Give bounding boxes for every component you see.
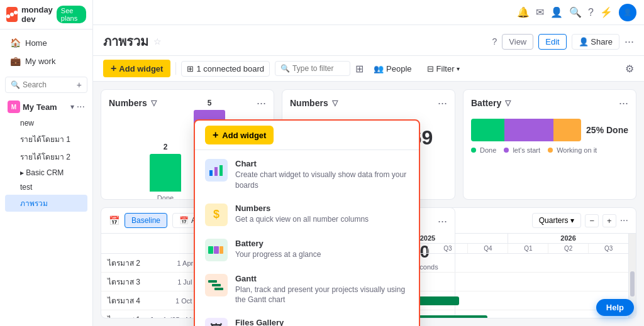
view-button[interactable]: View xyxy=(502,34,533,50)
add-widget-button[interactable]: + Add widget xyxy=(103,60,170,77)
team-header[interactable]: M My Team ▾ ··· xyxy=(5,98,87,116)
star-icon[interactable]: ☆ xyxy=(153,36,162,46)
row2-name: ไตรมาส 3 xyxy=(108,276,140,288)
countdown-menu-icon[interactable]: ··· xyxy=(438,215,447,227)
team-item-2[interactable]: รายได้โดยมา 2 xyxy=(5,148,87,165)
zoom-minus-icon[interactable]: − xyxy=(585,214,599,227)
share-button[interactable]: 👤 Share xyxy=(572,34,619,50)
battery-legend: Done let's start Working on it xyxy=(471,146,628,154)
notification-icon[interactable]: ⚡ xyxy=(600,6,613,18)
bar-done-rect xyxy=(150,154,181,192)
user-avatar[interactable]: 👤 xyxy=(619,4,636,21)
bar-done-value: 2 xyxy=(164,143,168,151)
sidebar-item-mywork[interactable]: 💼 My work xyxy=(3,52,90,70)
row3-name: ไตรมาส 4 xyxy=(108,295,140,307)
main-content: 🔔 ✉ 👤 🔍 ? ⚡ 👤 ภาพรวม ☆ ? View Edit 👤 Sha… xyxy=(93,0,644,326)
svg-rect-3 xyxy=(209,170,213,176)
battery-percent: 25% Done xyxy=(586,125,628,135)
panel-item-chart[interactable]: Chart Create chart widget to visually sh… xyxy=(195,153,419,197)
panel-item-numbers[interactable]: $ Numbers Get a quick view on all number… xyxy=(195,197,419,232)
main-nav: 🏠 Home 💼 My work xyxy=(0,30,92,74)
svg-point-0 xyxy=(6,14,10,18)
legend-working: Working on it xyxy=(548,146,597,154)
bell-icon[interactable]: 🔔 xyxy=(517,6,530,18)
home-icon: 🏠 xyxy=(10,38,20,48)
legend-start: let's start xyxy=(504,146,540,154)
inbox-icon[interactable]: ✉ xyxy=(536,6,544,18)
gantt-calendar-icon: 📅 xyxy=(109,215,119,225)
see-plans-badge[interactable]: See plans xyxy=(57,6,86,23)
help-button[interactable]: Help xyxy=(596,299,634,316)
panel-item-gantt[interactable]: Gantt Plan, track and present your proje… xyxy=(195,268,419,312)
filter-button[interactable]: ⊟ Filter ▾ xyxy=(422,62,465,76)
numbers-menu-icon[interactable]: ··· xyxy=(257,97,266,109)
scrollbar-thumb xyxy=(630,271,635,296)
dashboard: Numbers ▽ ··· 2 Done 5 xyxy=(93,82,644,326)
filter-input[interactable] xyxy=(292,64,345,73)
quarters-label: Quarters xyxy=(539,216,569,225)
gantt-more-icon[interactable]: ··· xyxy=(620,215,628,226)
question-icon[interactable]: ? xyxy=(588,7,594,18)
row4-name: ไตรมาส 1 xyxy=(108,313,140,318)
settings-icon[interactable]: ⚙ xyxy=(625,63,634,75)
big-numbers-menu-icon[interactable]: ··· xyxy=(438,97,447,109)
people-filter[interactable]: 👥 People xyxy=(369,62,416,76)
page-header: ภาพรวม ☆ ? View Edit 👤 Share ··· xyxy=(93,25,644,56)
svg-point-2 xyxy=(14,11,18,14)
battery-filter-icon[interactable]: ▽ xyxy=(505,99,511,107)
plus-icon: + xyxy=(111,63,116,74)
add-search-icon[interactable]: + xyxy=(77,80,82,90)
battery-panel-title: Battery xyxy=(235,239,321,248)
battery-start-segment xyxy=(504,119,554,141)
panel-add-label: Add widget xyxy=(222,131,266,140)
gantt-widget-text: Gantt Plan, track and present your proje… xyxy=(235,274,409,306)
filter-chevron-icon: ▾ xyxy=(457,65,460,72)
app-logo xyxy=(6,7,18,22)
numbers-widget-header: Numbers ▽ ··· xyxy=(109,97,266,109)
working-dot xyxy=(548,148,553,153)
battery-menu-icon[interactable]: ··· xyxy=(619,97,628,109)
gantt-panel-title: Gantt xyxy=(235,274,409,283)
calendar-icon: 📅 xyxy=(179,216,189,225)
sidebar-search-box[interactable]: 🔍 + xyxy=(5,77,87,93)
row1-name: ไตรมาส 2 xyxy=(108,257,140,269)
team-item-crm[interactable]: ▸ Basic CRM xyxy=(5,166,87,180)
team-item-test[interactable]: test xyxy=(5,180,87,194)
battery-bar-container: 25% Done xyxy=(471,114,628,146)
edit-button[interactable]: Edit xyxy=(538,34,566,50)
separator xyxy=(175,62,176,75)
team-item-1[interactable]: รายได้โดยมา 1 xyxy=(5,131,87,148)
q-q3-2025: Q3 xyxy=(428,244,469,253)
connected-board-button[interactable]: ⊞ 1 connected board xyxy=(181,61,270,77)
gantt-right-controls: Quarters ▾ − + ··· xyxy=(532,213,628,228)
numbers-filter-icon[interactable]: ▽ xyxy=(151,99,157,107)
board-icon: ⊞ xyxy=(187,64,194,73)
team-section: M My Team ▾ ··· new รายได้โดยมา 1 รายได้… xyxy=(0,95,92,215)
battery-panel-desc: Your progress at a glance xyxy=(235,249,321,260)
more-options-icon[interactable]: ··· xyxy=(625,35,634,48)
team-options-icon[interactable]: ··· xyxy=(77,101,85,112)
baseline-button[interactable]: Baseline xyxy=(125,213,167,228)
quarters-button[interactable]: Quarters ▾ xyxy=(532,213,582,228)
big-numbers-filter-icon[interactable]: ▽ xyxy=(332,99,338,107)
team-item-dashboard[interactable]: ภาพรวม xyxy=(5,195,87,212)
svg-rect-9 xyxy=(208,280,217,283)
search-input[interactable] xyxy=(23,80,74,89)
panel-item-battery[interactable]: Battery Your progress at a glance xyxy=(195,232,419,268)
sidebar-item-home[interactable]: 🏠 Home xyxy=(3,34,90,52)
done-dot xyxy=(471,148,476,153)
bar-start-value: 5 xyxy=(208,99,212,107)
filter-search[interactable]: 🔍 xyxy=(275,61,350,76)
battery-title: Battery ▽ xyxy=(471,98,511,108)
topbar-icons: 🔔 ✉ 👤 🔍 ? ⚡ 👤 xyxy=(517,4,636,21)
panel-item-files[interactable]: 🖼 Files Gallery Manage and collaborate o… xyxy=(195,312,419,326)
people-icon: 👥 xyxy=(374,64,384,73)
search-icon[interactable]: 🔍 xyxy=(569,6,582,18)
people-icon[interactable]: 👤 xyxy=(550,6,563,18)
question-help-icon[interactable]: ? xyxy=(492,36,497,46)
zoom-plus-icon[interactable]: + xyxy=(602,214,616,227)
team-item-new[interactable]: new xyxy=(5,116,87,130)
panel-add-widget-button[interactable]: + Add widget xyxy=(205,126,274,144)
add-widget-panel: + Add widget Chart Create chart widget t… xyxy=(194,119,420,326)
grid-icon[interactable]: ⊞ xyxy=(355,63,364,75)
